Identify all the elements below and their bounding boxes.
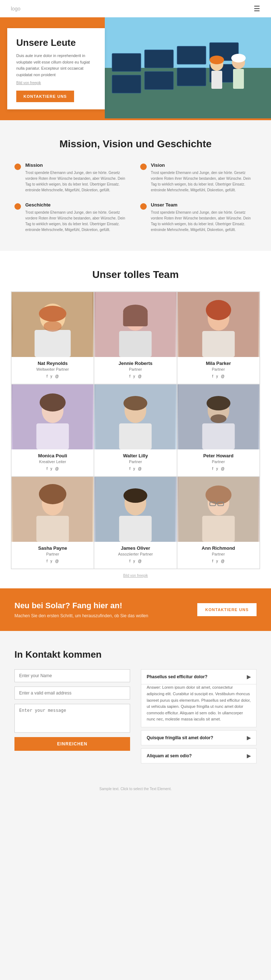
team-card-walter: Walter Lilly Partner f y @ xyxy=(94,384,177,476)
mission-item-title-3: Unser Team xyxy=(151,202,257,208)
svg-point-18 xyxy=(39,306,67,321)
team-social-mila: f y @ xyxy=(177,374,260,378)
twitter-icon-jennie[interactable]: y xyxy=(133,374,135,378)
instagram-icon-walter[interactable]: @ xyxy=(138,467,142,471)
twitter-icon-nat[interactable]: y xyxy=(50,374,52,378)
svg-point-45 xyxy=(39,484,67,504)
facebook-icon-nat[interactable]: f xyxy=(46,374,48,378)
svg-rect-19 xyxy=(35,330,71,357)
footer-note: Sample text. Click to select the Text El… xyxy=(0,781,271,796)
contact-name-input[interactable] xyxy=(14,669,130,682)
mission-item-text-2: Trost spendete Ehemann und Junge, den si… xyxy=(25,210,131,233)
svg-rect-2 xyxy=(112,53,141,72)
team-photo-jennie xyxy=(94,292,176,357)
facebook-icon-mila[interactable]: f xyxy=(212,374,213,378)
svg-point-11 xyxy=(210,56,224,64)
faq-question-0[interactable]: Quisque fringilla sit amet dolor? ▶ xyxy=(141,730,256,745)
contact-submit-button[interactable]: EINREICHEN xyxy=(14,737,130,751)
menu-icon[interactable]: ☰ xyxy=(253,4,260,13)
team-card-jennie: Jennie Roberts Partner f y @ xyxy=(94,292,177,384)
svg-rect-8 xyxy=(177,68,206,86)
team-social-james: f y @ xyxy=(94,559,176,563)
hero-photo-credit: Bild von freepik xyxy=(16,81,96,85)
faq-item-0: Quisque fringilla sit amet dolor? ▶ xyxy=(141,730,257,745)
cta-button[interactable]: KONTAKTIERE UNS xyxy=(197,603,257,616)
cta-subtitle: Machen Sie den ersten Schritt, um heraus… xyxy=(14,613,148,618)
facebook-icon-walter[interactable]: f xyxy=(129,467,131,471)
team-title: Unser tolles Team xyxy=(11,269,260,280)
team-role-nat: Weltweiter Partner xyxy=(11,367,94,371)
team-card-ann: Ann Richmond Partner f y @ xyxy=(177,476,260,569)
twitter-icon-peter[interactable]: y xyxy=(216,467,218,471)
instagram-icon-jennie[interactable]: @ xyxy=(138,374,142,378)
faq-main-arrow: ▶ xyxy=(247,674,251,680)
twitter-icon-sasha[interactable]: y xyxy=(50,559,52,563)
mission-dot-1 xyxy=(140,164,147,170)
hero-image xyxy=(105,18,271,118)
svg-point-36 xyxy=(124,396,147,410)
team-name-jennie: Jennie Roberts xyxy=(94,361,176,366)
contact-message-input[interactable] xyxy=(14,704,130,733)
cta-title: Neu bei Solar? Fang hier an! xyxy=(14,601,148,610)
contact-grid: EINREICHEN Phasellus sed efficitur dolor… xyxy=(14,669,257,764)
mission-item-1: Vision Trost spendete Ehemann und Junge,… xyxy=(140,162,257,193)
faq-question-1[interactable]: Aliquam at sem odio? ▶ xyxy=(141,749,256,763)
mission-item-title-0: Mission xyxy=(25,162,131,168)
mission-title: Mission, Vision und Geschichte xyxy=(14,138,257,150)
twitter-icon-ann[interactable]: y xyxy=(216,559,218,563)
facebook-icon-ann[interactable]: f xyxy=(212,559,213,563)
team-photo-monica xyxy=(11,384,94,449)
contact-form: EINREICHEN xyxy=(14,669,130,764)
twitter-icon-walter[interactable]: y xyxy=(133,467,135,471)
facebook-icon-james[interactable]: f xyxy=(129,559,131,563)
team-social-ann: f y @ xyxy=(177,559,260,563)
team-photo-sasha xyxy=(11,477,94,542)
svg-rect-37 xyxy=(119,423,152,449)
team-photo-peter xyxy=(177,384,260,449)
facebook-icon-jennie[interactable]: f xyxy=(129,374,131,378)
team-name-monica: Monica Pouli xyxy=(11,453,94,458)
facebook-icon-sasha[interactable]: f xyxy=(46,559,48,563)
mission-item-2: Geschichte Trost spendete Ehemann und Ju… xyxy=(14,202,131,233)
svg-point-14 xyxy=(231,54,246,62)
svg-rect-12 xyxy=(211,71,222,89)
instagram-icon-mila[interactable]: @ xyxy=(221,374,225,378)
svg-rect-46 xyxy=(37,516,69,542)
team-name-ann: Ann Richmond xyxy=(177,546,260,551)
faq-arrow-1: ▶ xyxy=(247,753,251,759)
svg-rect-25 xyxy=(119,331,152,357)
facebook-icon-peter[interactable]: f xyxy=(212,467,213,471)
instagram-icon-monica[interactable]: @ xyxy=(55,467,59,471)
team-photo-walter xyxy=(94,384,176,449)
svg-point-28 xyxy=(206,300,231,320)
logo: logo xyxy=(11,6,20,11)
instagram-icon-ann[interactable]: @ xyxy=(221,559,225,563)
instagram-icon-james[interactable]: @ xyxy=(138,559,142,563)
instagram-icon-sasha[interactable]: @ xyxy=(55,559,59,563)
twitter-icon-monica[interactable]: y xyxy=(50,467,52,471)
faq-main-question[interactable]: Phasellus sed efficitur dolor? ▶ xyxy=(141,670,256,684)
mission-item-text-0: Trost spendete Ehemann und Junge, den si… xyxy=(25,170,131,193)
faq-main-answer: Answer: Lorem ipsum dolor sit amet, cons… xyxy=(141,684,256,727)
svg-rect-7 xyxy=(145,72,174,89)
facebook-icon-monica[interactable]: f xyxy=(46,467,48,471)
instagram-icon-nat[interactable]: @ xyxy=(55,374,59,378)
twitter-icon-mila[interactable]: y xyxy=(216,374,218,378)
team-role-sasha: Partner xyxy=(11,552,94,556)
contact-email-input[interactable] xyxy=(14,687,130,700)
team-social-jennie: f y @ xyxy=(94,374,176,378)
faq-question-text-1: Aliquam at sem odio? xyxy=(147,753,192,758)
svg-rect-4 xyxy=(177,46,206,64)
mission-dot-3 xyxy=(140,203,147,210)
team-card-sasha: Sasha Payne Partner f y @ xyxy=(11,476,94,569)
mission-item-title-2: Geschichte xyxy=(25,202,131,208)
mission-section: Mission, Vision und Geschichte Mission T… xyxy=(0,120,271,251)
svg-rect-33 xyxy=(37,423,69,449)
team-social-peter: f y @ xyxy=(177,467,260,471)
team-photo-nat xyxy=(11,292,94,357)
instagram-icon-peter[interactable]: @ xyxy=(221,467,225,471)
hero-cta-button[interactable]: KONTAKTIERE UNS xyxy=(16,91,74,102)
team-role-walter: Partner xyxy=(94,460,176,464)
twitter-icon-james[interactable]: y xyxy=(133,559,135,563)
team-social-nat: f y @ xyxy=(11,374,94,378)
